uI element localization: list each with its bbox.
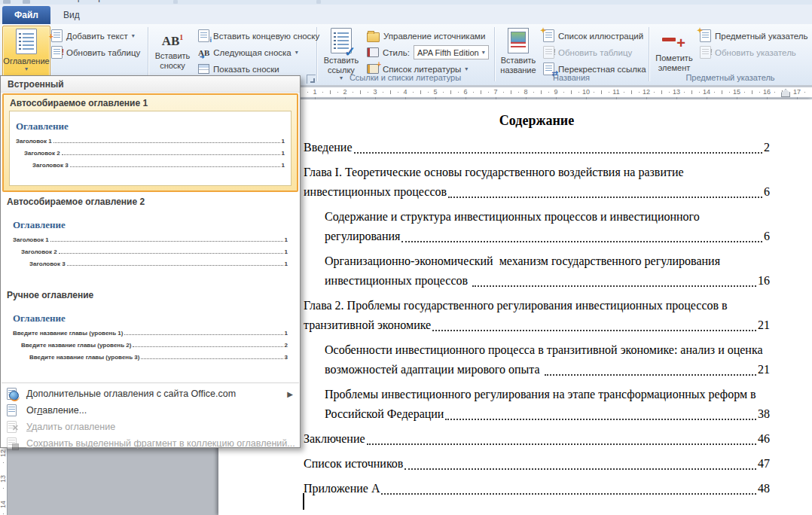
update-toc-label: Обновить таблицу: [66, 48, 140, 57]
chevron-down-icon: ▾: [482, 50, 485, 56]
ruler-tick: [3, 513, 4, 514]
toc-entry-text: Российской Федерации: [325, 404, 444, 424]
toc-page-number: 46: [758, 429, 770, 449]
ruler-tick: [360, 90, 361, 94]
preview-row-label: Заголовок 3: [29, 261, 66, 267]
preview-row-page: 1: [282, 138, 285, 145]
insert-citation-button[interactable]: ✓ Вставить ссылку ▾: [319, 26, 363, 75]
toc-style-manual-toc[interactable]: Ручное оглавлениеОглавлениеВведите назва…: [1, 287, 300, 380]
update-table-icon: !: [543, 46, 554, 59]
style-book-icon: [367, 47, 379, 57]
ruler-tick: [518, 92, 519, 93]
insert-footnote-button[interactable]: АВ1 Вставить сноску: [151, 26, 194, 75]
toc-style-auto-toc-2[interactable]: Автособираемое оглавление 2ОглавлениеЗаг…: [1, 194, 300, 287]
toc-entry-last-line: Приложение А48: [304, 479, 770, 498]
next-footnote-button[interactable]: АВ➜ Следующая сноска ▾: [198, 44, 298, 60]
preview-row-label: Заголовок 3: [32, 162, 69, 169]
ruler-number: 5: [430, 88, 441, 96]
ruler-number: 14: [701, 88, 712, 96]
menu-separator: [2, 382, 299, 383]
toc-entry: Содержание и структура инвестиционных пр…: [304, 207, 770, 246]
citation-icon: ✓: [331, 28, 352, 53]
dot-leader: [141, 358, 282, 359]
ruler-tick: [609, 92, 609, 93]
app-icon: [3, 0, 11, 4]
preview-row-page: 1: [285, 248, 288, 255]
ruler-number: 13: [671, 88, 682, 96]
insert-index-button[interactable]: ✦ Предметный указатель: [700, 28, 808, 44]
manage-sources-button[interactable]: Управление источниками: [367, 28, 485, 44]
citation-style-combobox[interactable]: APA Fifth Edition ▾: [414, 45, 489, 59]
footnote-ab1-icon: АВ1: [162, 30, 184, 49]
ruler-tick: [578, 92, 579, 93]
preview-toc-row: Введите название главы (уровень 2)2: [13, 342, 288, 349]
x-mark: ✕: [12, 423, 19, 433]
menu-item-insert-toc-dialog[interactable]: Оглавление...: [1, 402, 300, 419]
toc-entry-text: инвестиционных процессов: [304, 182, 447, 202]
ruler-tick: [684, 92, 685, 93]
menu-item-office-com-tocs[interactable]: Дополнительные оглавления с сайта Office…: [1, 385, 300, 402]
ruler-tick: [774, 92, 775, 93]
ruler-number: 13: [0, 474, 7, 484]
show-notes-button[interactable]: Показать сноски: [198, 61, 279, 77]
ruler-tick: [413, 92, 414, 93]
table-of-figures-label: Список иллюстраций: [558, 32, 643, 41]
update-figures-label: Обновить таблицу: [558, 48, 632, 57]
preview-toc-row: Введите название главы (уровень 3)3: [13, 354, 288, 361]
preview-toc-heading: Оглавление: [13, 312, 288, 325]
builtin-section-header: Встроенный: [1, 76, 300, 93]
tab-view[interactable]: Вид: [53, 6, 155, 24]
mark-entry-button[interactable]: + Пометить элемент: [652, 26, 696, 75]
insert-endnote-button[interactable]: i Вставить концевую сноску: [198, 28, 319, 44]
dot-leader: [59, 253, 283, 254]
titlebar-fragment: [173, 0, 178, 4]
toc-page-number: 16: [758, 271, 770, 291]
preview-toc-row: Заголовок 21: [13, 248, 288, 255]
ruler-tick: [481, 90, 481, 94]
update-toc-button[interactable]: ! Обновить таблицу: [51, 44, 140, 60]
insert-endnote-label: Вставить концевую сноску: [213, 32, 319, 41]
preview-row-page: 2: [285, 342, 288, 349]
dot-leader: [448, 197, 762, 198]
toc-entry-last-line: Введение2: [304, 138, 770, 157]
add-text-button[interactable]: + Добавить текст ▾: [51, 28, 135, 44]
footnotes-dialog-launcher[interactable]: [307, 75, 316, 84]
add-text-label: Добавить текст: [66, 32, 128, 41]
style-label: Стиль:: [383, 48, 410, 57]
menu-item-remove-toc: ✕Удалить оглавление: [1, 419, 300, 435]
ruler-tick: [488, 92, 489, 93]
tab-review[interactable]: Рецензирование: [53, 0, 155, 6]
ruler-tick: [548, 92, 549, 93]
ruler-tick: [458, 92, 459, 93]
toc-entry: Организационно-экономический механизм го…: [304, 251, 770, 291]
insert-caption-button[interactable]: Вставить название: [497, 26, 539, 75]
ruler-number: 15: [731, 88, 742, 96]
toc-page-number: 21: [758, 315, 770, 335]
toc-gallery-button[interactable]: Оглавление ▾: [2, 26, 50, 77]
ruler-tick: [639, 92, 640, 93]
toc-entry-last-line: возможностей адаптации мирового опыта 21: [325, 360, 770, 379]
toc-entry: Глава 2. Проблемы государственного регул…: [304, 296, 770, 335]
ruler-tick: [511, 90, 511, 94]
ruler-number: 12: [641, 88, 652, 96]
preview-row-label: Заголовок 2: [21, 248, 57, 255]
submenu-arrow-icon: ▶: [287, 390, 300, 398]
table-of-figures-button[interactable]: ✦ Список иллюстраций: [543, 28, 643, 44]
preview-row-label: Введите название главы (уровень 1): [13, 330, 123, 337]
tab-file[interactable]: Файл: [2, 6, 50, 24]
preview-toc-row: Введите название главы (уровень 1)1: [13, 330, 288, 337]
ruler-tick: [804, 92, 805, 93]
toc-page-number: 38: [758, 404, 770, 424]
preview-row-label: Заголовок 1: [16, 138, 52, 145]
style-row: Стиль: APA Fifth Edition ▾: [367, 44, 489, 60]
ruler-number: 6: [460, 88, 471, 96]
document-page[interactable]: Содержание Введение2Глава I. Теоретическ…: [218, 99, 812, 515]
preview-row-page: 1: [285, 330, 288, 337]
insert-index-label: Предметный указатель: [715, 32, 808, 41]
menu-item-label: Удалить оглавление: [26, 422, 115, 432]
toc-style-auto-toc-1[interactable]: Автособираемое оглавление 1ОглавлениеЗаг…: [2, 93, 298, 192]
dot-leader: [124, 334, 282, 335]
chevron-down-icon: ▾: [465, 66, 468, 72]
toc-gallery-dropdown: Встроенный Автособираемое оглавление 1Ог…: [0, 75, 301, 448]
toc-entry-line: Глава I. Теоретические основы государств…: [304, 163, 770, 182]
